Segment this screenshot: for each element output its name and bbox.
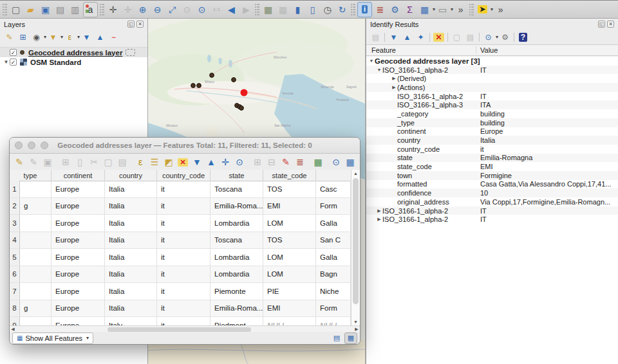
table-cell[interactable]: EMI	[263, 198, 316, 215]
feature-filter-button[interactable]: ▦ Show All Features ▾	[12, 332, 93, 344]
identify-panel-float-button[interactable]: ◱	[598, 21, 605, 28]
identify-result-row[interactable]: state_codeEMI	[366, 162, 618, 171]
identify-result-row[interactable]: ▶ISO_3166-1_alpha-2IT	[366, 215, 618, 224]
table-cell[interactable]: it	[157, 232, 211, 249]
open-field-calculator-button[interactable]: ▦	[312, 156, 324, 168]
table-cell[interactable]: LOM	[263, 215, 316, 232]
table-cell[interactable]: Italia	[105, 283, 157, 300]
show-sum-features-button[interactable]: Σ	[403, 3, 417, 17]
measure-line-button[interactable]: ▭	[436, 3, 449, 17]
row-number[interactable]: 2	[10, 198, 20, 215]
table-cell[interactable]: Galla	[316, 215, 351, 232]
table-cell[interactable]: Europe	[52, 198, 105, 215]
table-cell[interactable]: Italy	[105, 317, 157, 325]
identify-result-row[interactable]: countryItalia	[366, 136, 618, 145]
toolbar-overflow-button[interactable]: »	[454, 3, 467, 17]
table-cell[interactable]: Emilia-Roma...	[211, 300, 263, 317]
filter-by-expression-button[interactable]: ε	[64, 31, 76, 43]
tree-expander-icon[interactable]: ▶	[376, 217, 382, 222]
vertical-scroll-thumb[interactable]	[353, 178, 359, 304]
table-cell[interactable]: Lombardia	[211, 266, 263, 283]
table-cell[interactable]	[20, 181, 52, 197]
scroll-down-arrow[interactable]: ▼	[351, 320, 360, 324]
layer-name[interactable]: Geocoded addresses layer	[28, 49, 122, 57]
identify-panel-close-button[interactable]: ✕	[607, 21, 614, 28]
table-cell[interactable]: Italia	[105, 215, 157, 232]
table-cell[interactable]: Italia	[105, 249, 157, 266]
table-cell[interactable]	[20, 317, 52, 325]
identify-columns-header[interactable]: Feature Value	[366, 44, 618, 56]
table-cell[interactable]: g	[20, 198, 52, 215]
table-cell[interactable]: it	[157, 283, 211, 300]
identify-result-row[interactable]: stateEmilia-Romagna	[366, 154, 618, 163]
save-project-button[interactable]: ▣	[39, 3, 52, 17]
table-cell[interactable]: Form	[316, 300, 351, 317]
tree-expander-icon[interactable]: ▶	[391, 85, 397, 90]
table-cell[interactable]: Italia	[105, 266, 157, 283]
identify-result-row[interactable]: ISO_3166-1_alpha-2IT	[366, 92, 618, 101]
identify-settings-button[interactable]: ⚙	[499, 31, 511, 43]
row-number[interactable]: 1	[10, 181, 20, 197]
row-number[interactable]: 8	[10, 300, 20, 317]
zoom-to-selection-button[interactable]: ⊙	[233, 156, 246, 168]
table-cell[interactable]: TOS	[263, 181, 316, 197]
table-cell[interactable]: Niche	[316, 283, 351, 300]
table-cell[interactable]: Italia	[105, 181, 157, 197]
identify-result-row[interactable]: continentEurope	[366, 127, 618, 136]
table-cell[interactable]: Italia	[105, 198, 157, 215]
expand-new-results-button[interactable]: ✦	[415, 31, 427, 43]
identify-result-row[interactable]: confidence10	[366, 188, 618, 197]
scratch-layer-indicator-icon[interactable]	[126, 49, 135, 56]
table-cell[interactable]: EMI	[263, 300, 316, 317]
table-cell[interactable]: Europe	[52, 181, 105, 197]
show-bookmarks-button[interactable]: ▯	[306, 3, 319, 17]
conditional-formatting-button[interactable]: ✎	[279, 156, 292, 168]
table-cell[interactable]	[20, 283, 52, 300]
table-cell[interactable]: Toscana	[211, 181, 263, 197]
table-cell[interactable]: NULL	[263, 317, 316, 325]
table-cell[interactable]: TOS	[263, 232, 316, 249]
move-selection-to-top-button[interactable]: ▲	[205, 156, 218, 168]
new-project-button[interactable]: ▢	[9, 3, 23, 17]
expand-all-layers-button[interactable]: ▼	[80, 31, 93, 43]
table-cell[interactable]: it	[157, 300, 211, 317]
select-features-button[interactable]: ➤	[476, 3, 489, 17]
table-cell[interactable]: Piemonte	[211, 283, 263, 300]
identify-result-row[interactable]: _categorybuilding	[366, 109, 618, 118]
table-cell[interactable]: Bagn	[316, 266, 351, 283]
identify-help-button[interactable]: ?	[517, 31, 529, 43]
select-by-form-button[interactable]: ▼	[191, 156, 203, 168]
collapse-all-results-button[interactable]: ▲	[401, 31, 413, 43]
layer-visibility-checkbox[interactable]: ✓	[10, 59, 17, 66]
table-cell[interactable]: it	[157, 317, 211, 325]
column-header-country_code[interactable]: country_code	[157, 170, 211, 181]
layer-visibility-checkbox[interactable]: ✓	[10, 49, 17, 56]
expand-all-results-button[interactable]: ▼	[388, 31, 400, 43]
row-number[interactable]: 3	[10, 215, 20, 232]
table-cell[interactable]: Italia	[105, 232, 157, 249]
feature-column-header[interactable]: Feature	[366, 46, 396, 54]
show-layout-manager-button[interactable]: ▥	[68, 3, 82, 17]
table-cell[interactable]: it	[157, 266, 211, 283]
column-header-type[interactable]: type	[10, 170, 52, 181]
identify-mode-button[interactable]: ⊙	[482, 31, 494, 43]
table-cell[interactable]: g	[20, 300, 52, 317]
statistical-summary-button[interactable]: ≣	[373, 3, 387, 17]
zoom-last-button[interactable]: ◀	[225, 3, 238, 17]
table-cell[interactable]	[20, 215, 52, 232]
table-cell[interactable]: San C	[316, 232, 351, 249]
table-cell[interactable]: Lombardia	[211, 215, 263, 232]
open-layer-styling-button[interactable]: ✎	[3, 31, 15, 43]
table-cell[interactable]: Europe	[52, 249, 105, 266]
table-cell[interactable]: LOM	[263, 266, 316, 283]
column-header-state_code[interactable]: state_code	[263, 170, 316, 181]
table-view-button[interactable]: ▦	[344, 332, 357, 344]
table-cell[interactable]: LOM	[263, 249, 316, 266]
layer-item[interactable]: ✓Geocoded addresses layer	[0, 48, 147, 57]
tree-expander-icon[interactable]: ▶	[376, 208, 382, 214]
identify-result-row[interactable]: ▶(Derived)	[366, 74, 618, 83]
scroll-up-arrow[interactable]: ▲	[351, 171, 360, 176]
collapse-all-layers-button[interactable]: ▲	[94, 31, 106, 43]
open-attribute-table-button[interactable]: ▦	[418, 3, 431, 17]
table-cell[interactable]: Form	[316, 198, 351, 215]
